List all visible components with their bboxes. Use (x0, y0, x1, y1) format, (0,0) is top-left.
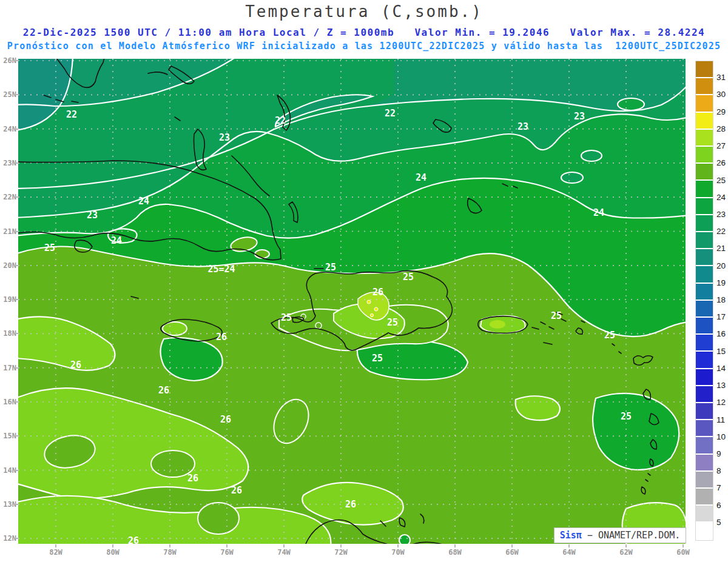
colorbar-tick-label: 29 (716, 107, 728, 117)
lon-tick-mark (682, 544, 684, 547)
lon-tick-mark (340, 544, 342, 547)
colorbar-segment (696, 369, 713, 386)
colorbar-segment (696, 95, 713, 112)
contour-label: 25 (621, 411, 632, 422)
colorbar-segment (696, 386, 713, 403)
contour-label: 26 (216, 332, 227, 343)
contour-label: 25 (551, 310, 562, 321)
contour-label: 25 (325, 262, 336, 273)
lat-tick-label: 22N (0, 192, 16, 202)
colorbar-segment (696, 249, 713, 266)
colorbar-segment (696, 335, 713, 352)
lat-tick-mark (15, 265, 18, 266)
colorbar-segment (696, 113, 713, 130)
contour-label: 24 (138, 196, 149, 207)
colorbar-tick-label: 14 (716, 364, 728, 373)
lon-tick-label: 70W (385, 547, 411, 557)
colorbar-segment (696, 523, 713, 540)
colorbar-tick-label: 19 (716, 278, 728, 288)
lat-tick-label: 13N (0, 500, 16, 509)
contour-label: 25 (281, 312, 292, 323)
lon-tick-mark (169, 544, 170, 547)
colorbar-tick-label: 22 (716, 227, 728, 236)
lon-tick-mark (112, 544, 113, 547)
colorbar-segment (696, 266, 713, 283)
colorbar-tick-label: 6 (716, 501, 728, 510)
credit-separator: − (582, 530, 598, 541)
lat-tick-mark (15, 401, 18, 403)
lat-tick-mark (15, 94, 18, 95)
lat-tick-label: 26N (0, 56, 16, 65)
lat-tick-mark (15, 504, 18, 505)
colorbar-tick-label: 21 (716, 244, 728, 253)
colorbar-segment (696, 61, 713, 78)
temperature-contour-map: 22222223232323242424242525=2425252525252… (18, 59, 686, 544)
contour-label: 26 (158, 385, 169, 396)
lon-tick-label: 72W (328, 547, 354, 557)
colorbar-segment (696, 232, 713, 249)
lat-tick-label: 12N (0, 534, 16, 543)
contour-label: 25=24 (207, 264, 235, 275)
contour-label: 22 (66, 109, 77, 120)
contour-label: 25 (44, 243, 55, 253)
weather-map-page: Temperatura (C,somb.) 22-Dic-2025 1500 U… (0, 0, 728, 562)
colorbar-segment (696, 437, 713, 454)
contour-label: 22 (275, 115, 286, 126)
lat-tick-mark (15, 162, 18, 164)
colorbar-tick-label: 26 (716, 158, 728, 168)
colorbar-tick-label: 7 (716, 483, 728, 493)
lat-tick-label: 20N (0, 261, 16, 270)
colorbar-tick-label: 11 (716, 415, 728, 425)
contour-label: 24 (593, 207, 604, 218)
lon-tick-label: 78W (157, 547, 183, 557)
contour-label: 25 (403, 272, 414, 283)
contour-label: 22 (385, 108, 396, 119)
lon-tick-label: 74W (271, 547, 297, 557)
lon-tick-label: 68W (442, 547, 468, 557)
colorbar-tick-label: 5 (716, 518, 728, 527)
colorbar-segment (696, 130, 713, 147)
contour-label: 23 (574, 111, 585, 122)
lat-tick-mark (15, 538, 18, 539)
colorbar-tick-label: 8 (716, 466, 728, 476)
colorbar-tick-label: 20 (716, 261, 728, 271)
lon-tick-mark (454, 544, 456, 547)
temperature-colorbar (695, 61, 713, 541)
lat-tick-mark (15, 299, 18, 300)
contour-label: 26 (231, 485, 242, 496)
colorbar-segment (696, 352, 713, 369)
colorbar-tick-label: 10 (716, 432, 728, 442)
map-area: 22222223232323242424242525=2425252525252… (18, 59, 686, 544)
lat-tick-label: 25N (0, 90, 16, 99)
colorbar-segment (696, 147, 713, 164)
colorbar-segment (696, 506, 713, 523)
lon-tick-label: 60W (670, 547, 696, 557)
lat-tick-label: 16N (0, 397, 16, 407)
contour-label: 25 (604, 330, 615, 341)
colorbar-tick-label: 27 (716, 141, 728, 151)
colorbar-tick-label: 31 (716, 73, 728, 82)
sispi-logo: Sisπ (560, 530, 582, 541)
lat-tick-mark (15, 367, 18, 369)
colorbar-segment (696, 472, 713, 489)
contour-label: 23 (219, 132, 230, 143)
lat-tick-label: 14N (0, 466, 16, 475)
contour-label: 26 (345, 499, 356, 510)
lat-tick-mark (15, 231, 18, 232)
subtitle-line2: Pronóstico con el Modelo Atmósferico WRF… (0, 41, 728, 52)
lat-tick-label: 18N (0, 329, 16, 338)
page-title: Temperatura (C,somb.) (0, 2, 728, 21)
colorbar-segment (696, 164, 713, 181)
lat-tick-label: 19N (0, 295, 16, 304)
contour-label: 23 (87, 210, 98, 221)
lon-tick-mark (511, 544, 513, 547)
lat-tick-label: 23N (0, 158, 16, 168)
lon-tick-mark (397, 544, 399, 547)
contour-label: 26 (128, 535, 139, 544)
colorbar-segment (696, 284, 713, 301)
colorbar-segment (696, 78, 713, 95)
colorbar-tick-label: 12 (716, 398, 728, 407)
lat-tick-mark (15, 470, 18, 471)
colorbar-tick-label: 30 (716, 90, 728, 99)
colorbar-segment (696, 215, 713, 232)
